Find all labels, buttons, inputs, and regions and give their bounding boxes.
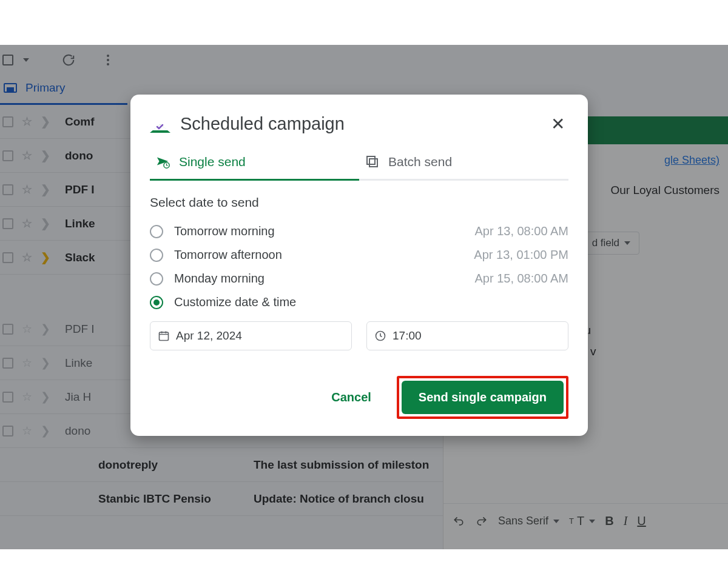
radio-icon: [150, 225, 163, 238]
date-input[interactable]: Apr 12, 2024: [150, 321, 352, 350]
scheduled-campaign-modal: Scheduled campaign ✕ Single send Batch s…: [130, 95, 588, 436]
tab-single-label: Single send: [179, 155, 246, 169]
tab-batch-send[interactable]: Batch send: [359, 149, 568, 179]
modal-tabs: Single send Batch send: [150, 149, 568, 181]
option-time: Apr 13, 08:00 AM: [474, 224, 568, 238]
tab-batch-label: Batch send: [388, 155, 452, 169]
cancel-button[interactable]: Cancel: [317, 383, 386, 412]
paper-plane-clock-icon: [156, 155, 170, 169]
modal-actions: Cancel Send single campaign: [150, 376, 568, 419]
radio-icon: [150, 272, 163, 286]
option-label: Tomorrow morning: [174, 224, 474, 238]
time-input[interactable]: 17:00: [366, 321, 568, 350]
svg-rect-3: [369, 159, 377, 167]
radio-icon: [150, 296, 163, 309]
option-label: Tomorrow afternoon: [174, 248, 474, 262]
svg-rect-5: [160, 332, 169, 340]
modal-header: Scheduled campaign ✕: [150, 112, 568, 136]
section-label: Select date to send: [150, 195, 568, 210]
date-time-inputs: Apr 12, 2024 17:00: [150, 321, 568, 350]
option-label: Monday morning: [174, 272, 474, 286]
option-customize[interactable]: Customize date & time: [150, 290, 568, 314]
close-icon[interactable]: ✕: [547, 112, 568, 136]
option-label: Customize date & time: [174, 295, 568, 309]
option-time: Apr 15, 08:00 AM: [474, 272, 568, 286]
option-tomorrow-afternoon[interactable]: Tomorrow afternoon Apr 13, 01:00 PM: [150, 243, 568, 267]
time-value: 17:00: [393, 329, 422, 343]
envelope-check-icon: [150, 117, 170, 132]
tab-single-send[interactable]: Single send: [150, 149, 359, 179]
date-value: Apr 12, 2024: [176, 329, 242, 343]
stack-icon: [365, 155, 380, 169]
active-tab-indicator: [150, 179, 359, 181]
option-time: Apr 13, 01:00 PM: [474, 248, 568, 262]
option-monday-morning[interactable]: Monday morning Apr 15, 08:00 AM: [150, 267, 568, 290]
modal-title: Scheduled campaign: [180, 114, 538, 134]
send-single-campaign-button[interactable]: Send single campaign: [402, 381, 564, 414]
calendar-icon: [158, 330, 170, 342]
annotation-highlight: Send single campaign: [397, 376, 568, 419]
clock-icon: [374, 330, 386, 342]
radio-icon: [150, 249, 163, 262]
option-tomorrow-morning[interactable]: Tomorrow morning Apr 13, 08:00 AM: [150, 219, 568, 243]
svg-rect-4: [367, 156, 375, 164]
